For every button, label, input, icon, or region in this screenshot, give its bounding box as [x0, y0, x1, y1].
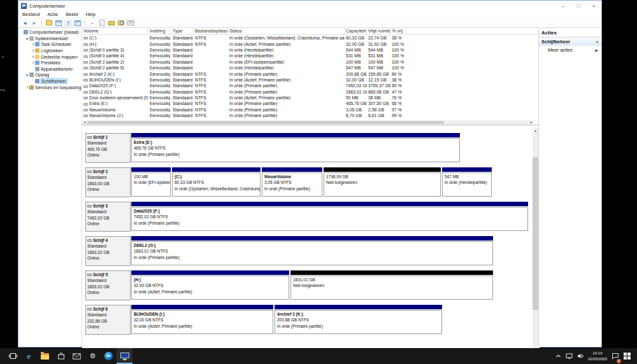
back-icon[interactable]: ◄	[21, 19, 29, 27]
maximize-button[interactable]: □	[571, 1, 586, 11]
column-header-vrije-ruimte[interactable]: Vrije ruimte	[367, 28, 390, 34]
scroll-up-arrow-icon[interactable]: ▲	[533, 128, 538, 134]
sidebar-item-apparaatbeheer[interactable]: Apparaatbeheer	[18, 66, 82, 73]
partition--h-[interactable]: (H:)32,00 GB NTFSIn orde (Actief, Primai…	[131, 270, 289, 300]
windows-grid-icon[interactable]	[624, 353, 631, 360]
volume-icon[interactable]	[577, 353, 583, 359]
show-console-tree-icon[interactable]	[74, 19, 82, 27]
partition-bijhouden-i-[interactable]: BIJHOUDEN (I:)32,00 GB NTFSIn orde (Acti…	[131, 305, 273, 335]
table-row[interactable]: NieuwVolumeEenvoudigStandaardNTFSIn orde…	[82, 107, 540, 113]
check-list-icon[interactable]	[98, 19, 106, 27]
clock[interactable]: 14:10 22/05/2025	[588, 351, 607, 362]
disk-header-6[interactable]: Schijf 6Standaard232,88 GBOnline	[85, 305, 131, 335]
table-row[interactable]: (Schijf 2 partitie 2)EenvoudigStandaardI…	[82, 59, 540, 65]
table-row[interactable]: BIJHOUDEN (I:)EenvoudigStandaardNTFSIn o…	[82, 77, 540, 83]
partition-in-orde-efi-systeempartitie-[interactable]: 100 MBIn orde (EFI-systeempartitie)	[131, 167, 171, 197]
new-drive-icon[interactable]	[108, 19, 115, 27]
edge-legacy-icon[interactable]: e	[21, 348, 37, 364]
sidebar-item-opslag[interactable]: Opslag	[18, 72, 82, 78]
disk-header-5[interactable]: Schijf 5Standaard1863,02 GBOnline	[85, 270, 131, 300]
partition-niet-toegewezen[interactable]: 1831,01 GBNiet-toegewezen	[290, 270, 493, 300]
partition-niet-toegewezen[interactable]: 1798,99 GBNiet-toegewezen	[324, 167, 441, 197]
actions-section-schijfbeheer[interactable]: Schijfbeheer ▲	[539, 38, 601, 46]
disk-header-4[interactable]: Schijf 4Standaard1863,02 GBOnline	[85, 236, 131, 266]
column-header-volume[interactable]: Volume	[82, 28, 148, 34]
chevron-up-icon[interactable]	[555, 354, 561, 358]
table-row[interactable]: DEEL2 (G:)EenvoudigStandaardNTFSIn orde …	[82, 89, 540, 95]
table-row[interactable]: (C:)EenvoudigStandaardNTFSIn orde (Opsta…	[82, 35, 540, 41]
network-icon[interactable]	[566, 353, 573, 359]
expander-expanded-icon[interactable]	[25, 37, 28, 39]
table-row[interactable]: (Schijf 0 partitie 3)EenvoudigStandaardI…	[82, 47, 540, 53]
scroll-right-arrow-icon[interactable]: ►	[529, 120, 534, 125]
sidebar-item-computerbeheer-lokaal-[interactable]: Computerbeheer (lokaal)	[18, 29, 82, 36]
disk-header-1[interactable]: Schijf 1Standaard465,76 GBOnline	[85, 133, 131, 163]
table-row[interactable]: Door systeem gereserveerd (D:)EenvoudigS…	[82, 95, 540, 101]
forward-icon[interactable]: ►	[31, 19, 38, 27]
partition-data2020-f-[interactable]: Data2020 (F:)7452,02 GB NTFSIn orde (Pri…	[131, 202, 528, 232]
partition--c-[interactable]: (C:)60,33 GB NTFSIn orde (Opstarten, Wis…	[172, 167, 261, 197]
sidebar-item-gedeelde-mappen[interactable]: Gedeelde mappen	[18, 53, 82, 60]
table-row[interactable]: Extra (E:)EenvoudigStandaardNTFSIn orde …	[82, 101, 540, 106]
vertical-scroll-thumb[interactable]	[533, 157, 538, 310]
column-header-bestandssysteem[interactable]: Bestandssysteem	[194, 28, 228, 34]
table-row[interactable]: (Schijf 0 partitie 4)EenvoudigStandaardI…	[82, 53, 540, 59]
title-bar[interactable]: Computerbeheer – □ ×	[18, 1, 601, 11]
scroll-left-arrow-icon[interactable]: ◄	[82, 120, 87, 125]
menu-help[interactable]: Help	[82, 11, 99, 17]
partition-nieuwvolume[interactable]: NieuwVolume3,05 GB NTFSIn orde (Primaire…	[262, 167, 322, 197]
store-icon[interactable]	[53, 348, 69, 364]
partition-deel2-g-[interactable]: DEEL2 (G:)1863,01 GB NTFSIn orde (Primai…	[131, 236, 493, 266]
table-row[interactable]: Archief 2 (K:)EenvoudigStandaardNTFSIn o…	[82, 71, 540, 76]
vertical-scrollbar[interactable]: ▲ ▼	[533, 128, 538, 360]
column-header--vrij[interactable]: % vrij	[390, 28, 406, 34]
expander-collapsed-icon[interactable]	[31, 62, 34, 64]
menu-bestand[interactable]: Bestand	[18, 11, 44, 17]
expander-collapsed-icon[interactable]	[31, 49, 34, 52]
mail-icon[interactable]	[69, 348, 85, 364]
partition-extra-e-[interactable]: Extra (E:)465,76 GB NTFSIn orde (Primair…	[131, 133, 460, 163]
expander-collapsed-icon[interactable]	[31, 43, 34, 46]
action-center-icon[interactable]: 4	[612, 351, 619, 362]
minimize-button[interactable]: –	[555, 1, 571, 11]
more-actions-item[interactable]: Meer acties ▶	[539, 46, 601, 53]
file-explorer-icon[interactable]	[37, 348, 53, 364]
table-row[interactable]: (H:)EenvoudigStandaardNTFSIn orde (Actie…	[82, 41, 540, 46]
task-view-icon[interactable]	[5, 348, 21, 364]
column-header-type[interactable]: Type	[171, 28, 194, 34]
search-folder-icon[interactable]	[117, 19, 125, 27]
partition-archief-2-k-[interactable]: Archief 2 (K:)200,88 GB NTFSIn orde (Pri…	[275, 305, 442, 335]
collapse-caret-icon[interactable]: ▲	[596, 39, 599, 43]
computer-management-icon[interactable]	[117, 348, 132, 364]
table-row[interactable]: Data2020 (F:)EenvoudigStandaardNTFSIn or…	[82, 83, 540, 88]
properties-dialog-icon[interactable]	[127, 19, 134, 27]
settings-icon[interactable]: ⚙	[85, 348, 101, 364]
export-list-icon[interactable]	[45, 19, 53, 27]
help-icon[interactable]: ?	[64, 19, 72, 27]
console-window-icon[interactable]	[55, 19, 62, 27]
table-row[interactable]: NieuwVolume (J:)EenvoudigStandaardNTFSIn…	[82, 113, 540, 118]
sidebar-item-schijfbeheer[interactable]: Schijfbeheer	[18, 78, 82, 85]
sidebar-item-prestaties[interactable]: Prestaties	[18, 60, 82, 66]
action-tool-icon[interactable]: ⌐	[89, 19, 96, 27]
sidebar-item-task-scheduler[interactable]: Task Scheduler	[18, 41, 82, 48]
column-header-indeling[interactable]: Indeling	[148, 28, 171, 34]
sidebar-item-logboeken[interactable]: Logboeken	[18, 48, 82, 54]
horizontal-scroll-thumb[interactable]	[87, 121, 444, 124]
table-row[interactable]: (Schijf 2 partitie 5)EenvoudigStandaardI…	[82, 65, 540, 71]
horizontal-scrollbar[interactable]: ◄ ►	[82, 120, 534, 125]
partition-in-orde-herstelpartitie-[interactable]: 547 MBIn orde (Herstelpartitie)	[442, 167, 492, 197]
column-header-capaciteit[interactable]: Capaciteit	[345, 28, 367, 34]
disk-header-2[interactable]: Schijf 2Standaard1863,00 GBOnline	[85, 167, 131, 197]
edge-icon[interactable]	[101, 348, 117, 364]
sidebar-item-services-en-toepassingen[interactable]: Services en toepassingen	[18, 84, 82, 90]
sidebar-item-systeemwerkset[interactable]: Systeemwerkset	[18, 36, 82, 42]
menu-actie[interactable]: Actie	[44, 11, 62, 17]
disk-header-3[interactable]: Schijf 3Standaard7452,02 GBOnline	[85, 202, 131, 232]
expander-collapsed-icon[interactable]	[31, 55, 34, 58]
column-header-status[interactable]: Status	[228, 28, 345, 34]
close-button[interactable]: ×	[586, 1, 601, 11]
menu-beeld[interactable]: Beeld	[62, 11, 82, 17]
expander-expanded-icon[interactable]	[25, 74, 28, 76]
expander-collapsed-icon[interactable]	[25, 86, 28, 88]
